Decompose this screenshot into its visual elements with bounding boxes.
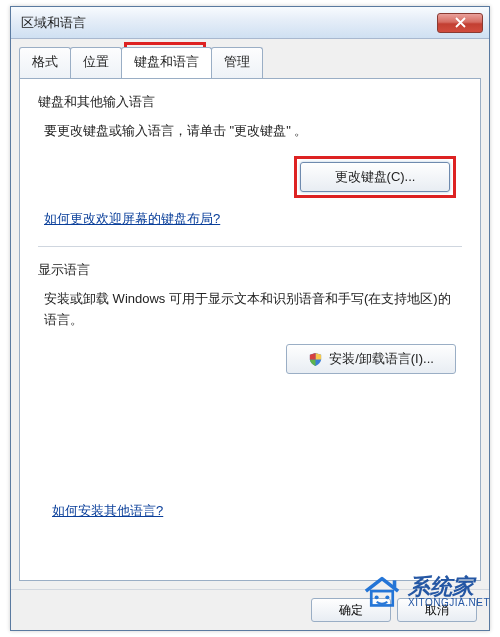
how-to-install-language-link[interactable]: 如何安装其他语言?: [52, 502, 163, 520]
house-icon: [362, 575, 402, 609]
tab-panel: 键盘和其他输入语言 要更改键盘或输入语言，请单击 "更改键盘" 。 更改键盘(C…: [19, 78, 481, 581]
tab-keyboard-language[interactable]: 键盘和语言: [121, 47, 212, 78]
install-button-label: 安装/卸载语言(I)...: [329, 350, 434, 368]
tab-location[interactable]: 位置: [70, 47, 122, 78]
tab-strip: 格式 位置 键盘和语言 管理: [11, 39, 489, 78]
tab-admin[interactable]: 管理: [211, 47, 263, 78]
close-button[interactable]: [437, 13, 483, 33]
svg-rect-3: [393, 580, 397, 587]
group-keyboard-title: 键盘和其他输入语言: [38, 93, 462, 111]
watermark-cn: 系统家: [408, 576, 490, 598]
dialog-window: 区域和语言 格式 位置 键盘和语言 管理 键盘和其他输入语言 要更改键盘或输入语…: [10, 6, 490, 631]
change-keyboard-button[interactable]: 更改键盘(C)...: [300, 162, 450, 192]
group-keyboard-desc: 要更改键盘或输入语言，请单击 "更改键盘" 。: [44, 121, 462, 142]
svg-point-2: [386, 595, 390, 599]
shield-icon: [308, 352, 323, 367]
group-display-desc: 安装或卸载 Windows 可用于显示文本和识别语音和手写(在支持地区)的语言。: [44, 289, 462, 331]
svg-point-1: [375, 595, 379, 599]
group-display-title: 显示语言: [38, 261, 462, 279]
watermark-text: 系统家 XITONGJIA.NET: [408, 576, 490, 608]
tab-format[interactable]: 格式: [19, 47, 71, 78]
titlebar: 区域和语言: [11, 7, 489, 39]
install-uninstall-language-button[interactable]: 安装/卸载语言(I)...: [286, 344, 456, 374]
close-icon: [455, 17, 466, 28]
welcome-screen-layout-link[interactable]: 如何更改欢迎屏幕的键盘布局?: [44, 210, 220, 228]
watermark: 系统家 XITONGJIA.NET: [362, 575, 490, 609]
highlight-annotation: 更改键盘(C)...: [294, 156, 456, 198]
divider: [38, 246, 462, 247]
watermark-en: XITONGJIA.NET: [408, 598, 490, 608]
window-title: 区域和语言: [21, 14, 437, 32]
